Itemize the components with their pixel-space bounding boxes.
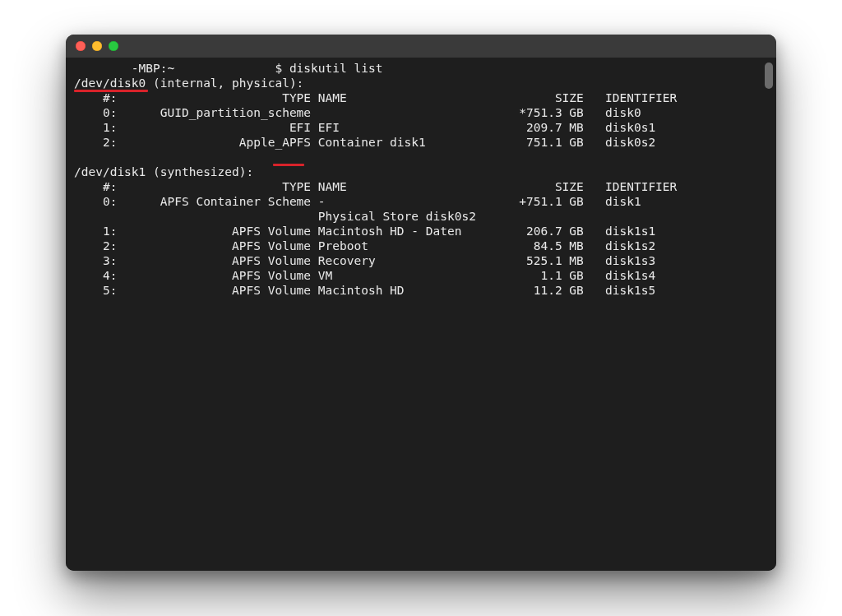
minimize-icon[interactable] xyxy=(92,41,102,51)
annotation-underline-devdisk0 xyxy=(74,90,148,92)
terminal-window: -MBP:~ $ diskutil list /dev/disk0 (inter… xyxy=(66,35,776,571)
annotation-underline-apfs xyxy=(273,164,304,166)
terminal-body[interactable]: -MBP:~ $ diskutil list /dev/disk0 (inter… xyxy=(66,58,776,571)
zoom-icon[interactable] xyxy=(109,41,118,51)
titlebar[interactable] xyxy=(66,35,776,58)
scrollbar-thumb[interactable] xyxy=(765,63,773,89)
terminal-output: -MBP:~ $ diskutil list /dev/disk0 (inter… xyxy=(74,61,768,298)
close-icon[interactable] xyxy=(76,41,86,51)
